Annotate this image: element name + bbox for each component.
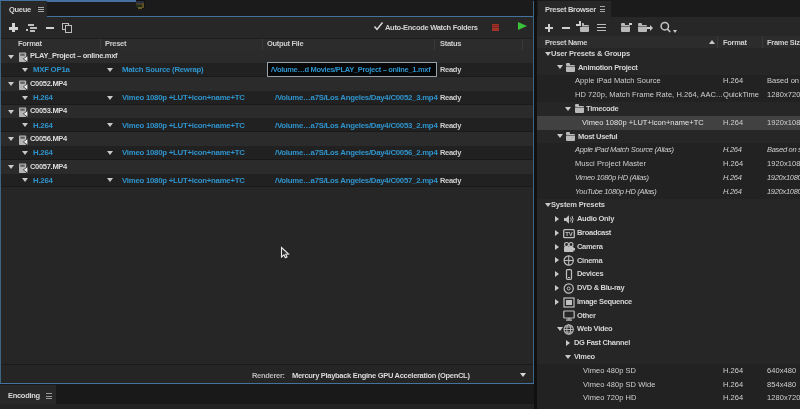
svg-text:TV: TV bbox=[565, 231, 573, 237]
